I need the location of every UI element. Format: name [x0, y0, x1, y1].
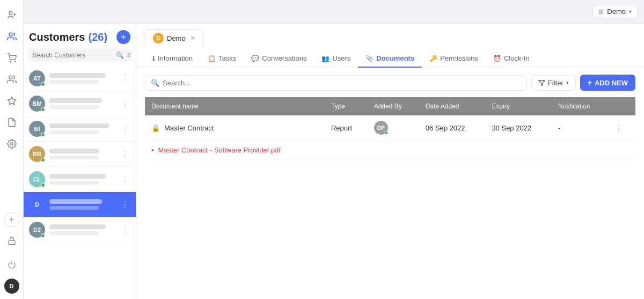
- list-item[interactable]: D ⋮: [24, 192, 136, 217]
- tab-documents-label: Documents: [376, 54, 414, 62]
- document-link-pdf[interactable]: Master Contract - Software Provider.pdf: [158, 146, 281, 154]
- user-avatar-bottom[interactable]: D: [4, 279, 19, 294]
- more-options-icon[interactable]: ⋮: [120, 148, 130, 161]
- document-link[interactable]: Master Contract: [164, 124, 214, 132]
- svg-point-8: [10, 143, 13, 145]
- avatar: BR: [29, 146, 45, 162]
- more-options-icon[interactable]: ⋮: [120, 72, 130, 85]
- tab-information-label: Information: [158, 54, 193, 62]
- doc-actions-cell: [608, 141, 635, 160]
- lock-icon: 🔒: [151, 124, 160, 132]
- customers-count: (26): [88, 31, 107, 43]
- tab-information[interactable]: ℹ Information: [145, 50, 200, 68]
- filter-options-icon[interactable]: ⊞: [126, 52, 131, 59]
- right-panel: D Demo ✕ ℹ Information 📋 Tasks: [136, 24, 644, 299]
- svg-point-0: [9, 11, 12, 14]
- nav-icon-power[interactable]: [2, 255, 21, 274]
- nav-tabs: ℹ Information 📋 Tasks 💬 Conversations 👥 …: [145, 47, 635, 68]
- permissions-icon: 🔑: [429, 55, 437, 62]
- filter-button[interactable]: Filter ▾: [531, 75, 576, 91]
- nav-icon-contacts[interactable]: [2, 27, 21, 46]
- doc-date-added-cell: [419, 141, 486, 160]
- tab-clock-in[interactable]: ⏰ Clock-In: [486, 50, 537, 68]
- nav-icon-add-user[interactable]: [2, 5, 21, 25]
- tab-clock-in-label: Clock-In: [504, 54, 530, 62]
- svg-point-5: [14, 61, 16, 62]
- information-icon: ℹ: [152, 55, 155, 62]
- documents-content: 🔍 Filter ▾ + ADD NEW: [136, 68, 644, 299]
- avatar: D: [29, 196, 45, 213]
- col-actions: [608, 97, 635, 115]
- doc-name-cell: 🔒 Master Contract: [145, 115, 325, 141]
- chevron-down-icon: ▾: [629, 9, 632, 14]
- tab-documents[interactable]: 📎 Documents: [358, 50, 422, 68]
- svg-rect-9: [9, 240, 15, 244]
- nav-icon-settings[interactable]: [2, 134, 21, 154]
- list-item[interactable]: BR ⋮: [24, 142, 136, 167]
- search-icons: 🔍 ⊞: [116, 52, 131, 59]
- svg-point-3: [9, 33, 12, 36]
- search-icon: 🔍: [151, 79, 159, 87]
- nav-icon-lock[interactable]: [2, 231, 21, 251]
- add-customer-button[interactable]: +: [116, 30, 130, 44]
- nav-icon-add[interactable]: +: [4, 212, 19, 227]
- main-content: ⊞ Demo ▾ Customers (26) + 🔍 ⊞ ≪: [24, 0, 644, 299]
- col-expiry: Expiry: [485, 97, 552, 115]
- list-item[interactable]: AT ⋮: [24, 66, 136, 91]
- row-more-icon[interactable]: ⋮: [614, 123, 623, 133]
- workspace-name: Demo: [607, 8, 626, 16]
- documents-search-input[interactable]: [163, 79, 521, 87]
- customer-info: [49, 199, 120, 210]
- col-date-added: Date Added: [419, 97, 486, 115]
- list-item[interactable]: BM ⋮: [24, 91, 136, 116]
- add-new-button[interactable]: + ADD NEW: [580, 75, 635, 91]
- nav-icon-users[interactable]: [2, 70, 21, 89]
- demo-tab-label: Demo: [167, 34, 186, 42]
- added-by-avatar: DP: [374, 121, 388, 135]
- more-options-icon[interactable]: ⋮: [120, 123, 130, 135]
- close-tab-icon[interactable]: ✕: [190, 34, 195, 42]
- more-options-icon[interactable]: ⋮: [120, 98, 130, 110]
- left-navigation: + D: [0, 0, 24, 299]
- nav-icon-cart[interactable]: [2, 48, 21, 68]
- customer-search-input[interactable]: [32, 52, 113, 59]
- doc-expiry-cell: [485, 141, 552, 160]
- list-item[interactable]: BI ⋮: [24, 116, 136, 142]
- tab-conversations[interactable]: 💬 Conversations: [244, 50, 314, 68]
- doc-actions-cell: ⋮: [608, 115, 635, 141]
- doc-notification-cell: -: [552, 115, 608, 141]
- list-item[interactable]: CL ⋮: [24, 167, 136, 192]
- tab-permissions[interactable]: 🔑 Permissions: [422, 50, 486, 68]
- doc-notification-cell: [552, 141, 608, 160]
- svg-marker-7: [8, 97, 16, 105]
- filter-label: Filter: [548, 79, 564, 87]
- customers-title: Customers: [29, 31, 85, 43]
- tab-tasks-label: Tasks: [218, 54, 236, 62]
- more-options-icon[interactable]: ⋮: [120, 199, 130, 211]
- svg-point-4: [10, 61, 11, 62]
- grid-icon: ⊞: [598, 8, 604, 16]
- tab-permissions-label: Permissions: [440, 54, 478, 62]
- nav-icon-shapes[interactable]: [2, 91, 21, 111]
- table-row: 🔒 Master Contract Report DP: [145, 115, 635, 141]
- list-item[interactable]: D2 ⋮: [24, 217, 136, 243]
- customer-info: [49, 149, 120, 159]
- table-header-row: Document name Type Added By Date Added E…: [145, 97, 635, 115]
- svg-marker-11: [539, 80, 545, 85]
- more-options-icon[interactable]: ⋮: [120, 173, 130, 186]
- customers-sidebar: Customers (26) + 🔍 ⊞ ≪ AT: [24, 24, 136, 299]
- pdf-icon: ▪: [151, 146, 154, 154]
- tab-tasks[interactable]: 📋 Tasks: [200, 50, 244, 68]
- tab-users[interactable]: 👥 Users: [314, 50, 358, 68]
- nav-bottom-icons: + D: [2, 212, 21, 294]
- add-new-plus-icon: +: [588, 78, 592, 87]
- demo-tab[interactable]: D Demo ✕: [145, 29, 203, 47]
- tab-conversations-label: Conversations: [262, 54, 306, 62]
- add-new-label: ADD NEW: [595, 79, 628, 87]
- workspace-selector[interactable]: ⊞ Demo ▾: [592, 5, 638, 18]
- doc-type-cell: [325, 141, 368, 160]
- svg-point-6: [9, 76, 12, 79]
- nav-icon-document[interactable]: [2, 113, 21, 132]
- search-icon[interactable]: 🔍: [116, 52, 124, 59]
- more-options-icon[interactable]: ⋮: [120, 224, 130, 236]
